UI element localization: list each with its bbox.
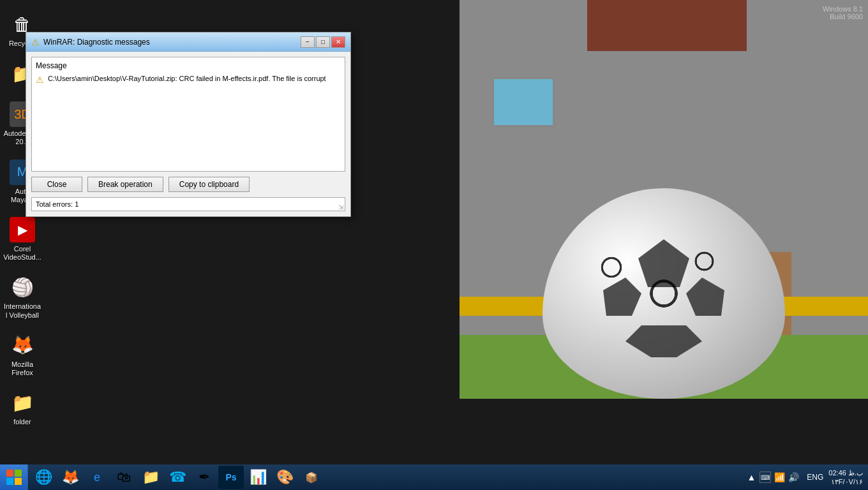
taskbar-time-display: 02:46 ب.ظ <box>828 468 863 477</box>
taskbar-apps: 🌐 🦊 e 🛍 📁 ☎ ✒ Ps 📊 🎨 📦 <box>28 464 738 490</box>
windows-icon-green <box>15 470 22 477</box>
taskbar-tray: ▲ ⌨ 📶 🔊 ENG 02:46 ب.ظ ۱۳F/۰V/۱۶ <box>738 468 868 487</box>
taskbar-app6[interactable]: ✒ <box>191 466 217 489</box>
taskbar-chrome[interactable]: 🌐 <box>31 466 56 489</box>
dialog-titlebar: ⚠ WinRAR: Diagnostic messages − □ ✕ <box>26 33 350 52</box>
volleyball-label: International Volleyball <box>3 302 41 319</box>
scene-roof <box>587 0 747 51</box>
taskbar-language[interactable]: ENG <box>807 473 823 482</box>
windows-version-info: Windows 8.1 Build 9600 <box>823 5 863 20</box>
desktop-icon-volleyball[interactable]: 🏐 International Volleyball <box>0 269 45 324</box>
volleyball-icon: 🏐 <box>10 274 35 300</box>
winrar-dialog: ⚠ WinRAR: Diagnostic messages − □ ✕ Mess… <box>26 32 351 217</box>
taskbar-winrar[interactable]: 📦 <box>299 466 324 489</box>
taskbar: 🌐 🦊 e 🛍 📁 ☎ ✒ Ps 📊 🎨 📦 ▲ ⌨ 📶 🔊 ENG 02:46… <box>0 464 868 490</box>
dialog-title-text: WinRAR: Diagnostic messages <box>43 38 301 47</box>
taskbar-skype[interactable]: ☎ <box>165 466 190 489</box>
dialog-minimize-button[interactable]: − <box>301 36 315 48</box>
dialog-action-buttons: Close Break operation Copy to clipboard <box>31 177 345 192</box>
dialog-close-button[interactable]: ✕ <box>331 36 345 48</box>
tray-icons: ▲ ⌨ 📶 🔊 <box>743 471 802 483</box>
total-errors-text: Total errors: 1 <box>36 200 79 208</box>
desktop-icon-folder2[interactable]: 📁 folder <box>0 385 45 431</box>
taskbar-store[interactable]: 🛍 <box>111 466 137 489</box>
taskbar-datetime[interactable]: 02:46 ب.ظ ۱۳F/۰V/۱۶ <box>828 468 863 487</box>
corel-video-icon: ▶ <box>10 217 35 242</box>
folder2-icon: 📁 <box>10 390 35 415</box>
taskbar-app8[interactable]: 📊 <box>245 466 271 489</box>
tray-volume-icon[interactable]: 🔊 <box>788 471 799 483</box>
break-operation-button[interactable]: Break operation <box>87 177 163 192</box>
message-area[interactable]: Message ⚠ C:\Users\amin\Desktop\V-RayTut… <box>31 57 345 172</box>
folder2-label: folder <box>13 418 31 426</box>
close-button[interactable]: Close <box>31 177 82 192</box>
dialog-content: Message ⚠ C:\Users\amin\Desktop\V-RayTut… <box>26 52 350 216</box>
corel-video-label: Corel VideoStud... <box>3 245 41 262</box>
svg-marker-3 <box>625 325 702 357</box>
tray-network-icon[interactable]: 📶 <box>774 471 785 483</box>
taskbar-photoshop[interactable]: Ps <box>218 466 244 489</box>
desktop-icon-corel-video[interactable]: ▶ Corel VideoStud... <box>0 212 45 267</box>
message-header: Message <box>36 61 341 70</box>
windows-icon-blue <box>6 478 13 485</box>
scene-window <box>491 77 555 128</box>
svg-marker-0 <box>638 239 689 287</box>
windows-build-text: Build 9600 <box>823 13 863 20</box>
message-row: ⚠ C:\Users\amin\Desktop\V-RayTutorial.zi… <box>36 74 341 85</box>
windows-version-text: Windows 8.1 <box>823 5 863 13</box>
dialog-overlay: ⚠ WinRAR: Diagnostic messages − □ ✕ Mess… <box>26 32 351 217</box>
taskbar-firefox[interactable]: 🦊 <box>57 466 83 489</box>
dialog-status-bar: Total errors: 1 ⇲ <box>31 197 345 211</box>
taskbar-paint[interactable]: 🎨 <box>272 466 297 489</box>
taskbar-date-display: ۱۳F/۰V/۱۶ <box>828 477 863 486</box>
tray-expand-icon[interactable]: ▲ <box>745 471 757 483</box>
windows-icon-red <box>6 470 13 477</box>
background-scene <box>460 0 868 399</box>
windows-logo-icon <box>6 470 22 485</box>
copy-to-clipboard-button[interactable]: Copy to clipboard <box>168 177 250 192</box>
taskbar-ie[interactable]: e <box>84 466 110 489</box>
firefox-label: Mozilla Firefox <box>3 360 41 377</box>
firefox-icon: 🦊 <box>10 332 35 358</box>
desktop: 🗑 Recycl... 📁 3D Autode Max 20... M Auto… <box>0 0 868 490</box>
svg-marker-2 <box>686 278 724 316</box>
message-text: C:\Users\amin\Desktop\V-RayTutorial.zip:… <box>48 74 326 84</box>
windows-icon-yellow <box>15 478 22 485</box>
dialog-maximize-button[interactable]: □ <box>316 36 330 48</box>
tray-keyboard-icon[interactable]: ⌨ <box>760 471 771 483</box>
svg-marker-1 <box>603 278 641 316</box>
desktop-icon-firefox[interactable]: 🦊 Mozilla Firefox <box>0 327 45 382</box>
dialog-window-controls: − □ ✕ <box>301 36 345 48</box>
dialog-title-warning-icon: ⚠ <box>31 37 40 47</box>
resize-handle[interactable]: ⇲ <box>337 203 345 211</box>
taskbar-explorer[interactable]: 📁 <box>138 466 163 489</box>
message-warning-icon: ⚠ <box>36 75 44 85</box>
start-button[interactable] <box>0 464 28 490</box>
